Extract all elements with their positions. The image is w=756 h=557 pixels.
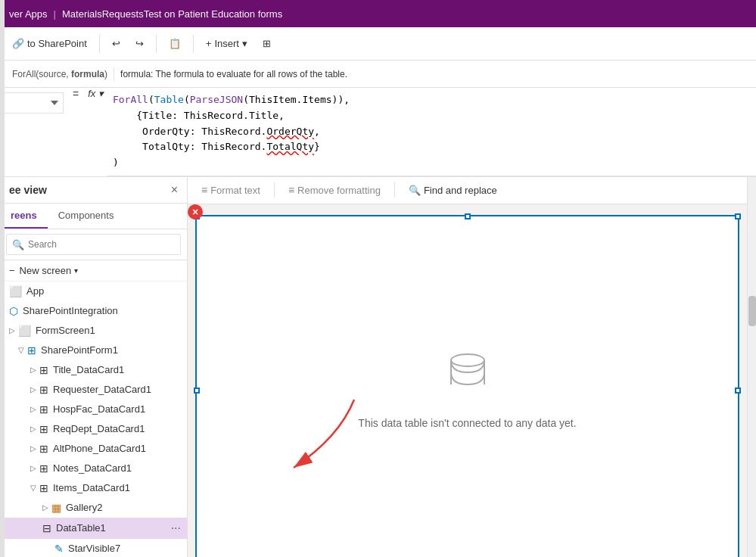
grid-icon: ⊞ xyxy=(263,38,271,49)
sharepoint-tree-icon: ⬡ xyxy=(9,305,18,317)
sidebar-header: ee view × xyxy=(0,177,187,204)
search-input[interactable] xyxy=(6,234,181,255)
formula-desc: formula: The formula to evaluate for all… xyxy=(120,69,347,79)
datatable-icon: ⊟ xyxy=(42,522,51,534)
tree-item-app[interactable]: ⬜ App xyxy=(0,282,187,301)
sidebar-close-btn[interactable]: × xyxy=(171,183,178,197)
data-table-widget[interactable]: This data table isn't connected to any d… xyxy=(195,215,739,557)
reqdept-dc-icon: ⊞ xyxy=(39,423,48,435)
formscreen-chevron: ▷ xyxy=(9,326,15,335)
altphone-datacard1-label: AltPhone_DataCard1 xyxy=(53,443,146,454)
altphone-dc-icon: ⊞ xyxy=(39,443,48,455)
canvas-area: × ≡ Format text ≡ Remove formatting 🔍 Fi… xyxy=(188,177,747,557)
remove-formatting-btn[interactable]: ≡ Remove formatting xyxy=(284,181,385,199)
project-name: MaterialsRequestsTest on Patient Educati… xyxy=(62,8,282,20)
formula-fx-btn[interactable]: fx ▾ xyxy=(85,88,107,176)
sharepointform1-label: SharePointForm1 xyxy=(41,344,118,356)
delete-btn[interactable]: × xyxy=(188,204,203,219)
items-dc-chevron: ▽ xyxy=(30,484,36,492)
insert-label: Insert xyxy=(214,38,239,49)
sharepointform-icon: ⊞ xyxy=(27,344,36,356)
tree-item-formscreen1[interactable]: ▷ ⬜ FormScreen1 xyxy=(0,321,187,341)
sidebar-search-area: 🔍 xyxy=(0,229,187,260)
tree-item-altphone-datacard1[interactable]: ▷ ⊞ AltPhone_DataCard1 xyxy=(0,439,187,459)
toolbar-sep-1 xyxy=(99,35,100,53)
items-dc-icon: ⊞ xyxy=(39,482,48,494)
gallery-icon: ▦ xyxy=(51,502,61,514)
undo-btn[interactable]: ↩ xyxy=(106,35,126,52)
canvas-sep-1 xyxy=(274,182,275,198)
requester-datacard1-label: Requester_DataCard1 xyxy=(53,384,151,395)
tree-item-starvisible7[interactable]: ✎ StarVisible7 xyxy=(0,539,187,557)
redo-btn[interactable]: ↪ xyxy=(129,35,150,52)
title-datacard1-label: Title_DataCard1 xyxy=(53,364,124,375)
formula-hint: ForAll(source, formula) xyxy=(6,67,114,81)
right-scrollbar[interactable] xyxy=(747,177,756,557)
plus-icon: + xyxy=(206,38,212,49)
title-dc-icon: ⊞ xyxy=(39,364,48,376)
scrollbar-thumb[interactable] xyxy=(748,296,756,326)
notes-datacard1-label: Notes_DataCard1 xyxy=(53,462,132,474)
gallery-chevron: ▷ xyxy=(42,503,48,512)
sharepointform-chevron: ▽ xyxy=(18,346,24,354)
format-text-label: Format text xyxy=(210,185,260,196)
title-separator: | xyxy=(54,8,56,20)
formula-equals: = xyxy=(67,88,85,176)
gallery2-label: Gallery2 xyxy=(66,502,102,513)
altphone-dc-chevron: ▷ xyxy=(30,444,36,453)
req-dc-icon: ⊞ xyxy=(39,384,48,396)
handle-mid-right[interactable] xyxy=(735,387,741,394)
tab-components[interactable]: Components xyxy=(48,204,125,229)
remove-format-icon: ≡ xyxy=(288,184,294,196)
sidebar: ee view × reens Components 🔍 − New scree… xyxy=(0,177,188,557)
sidebar-title: ee view xyxy=(9,184,47,196)
sharepoint-btn[interactable]: 🔗 to SharePoint xyxy=(6,35,93,52)
title-dc-chevron: ▷ xyxy=(30,366,36,374)
req-dc-chevron: ▷ xyxy=(30,385,36,394)
datatable1-label: DataTable1 xyxy=(56,522,106,534)
toolbar-sep-2 xyxy=(156,35,157,53)
starvisible7-label: StarVisible7 xyxy=(68,543,120,554)
tree-item-items-datacard1[interactable]: ▽ ⊞ Items_DataCard1 xyxy=(0,478,187,498)
tree-view: ⬜ App ⬡ SharePointIntegration ▷ ⬜ FormSc… xyxy=(0,282,187,557)
handle-top-center[interactable] xyxy=(465,213,471,219)
svg-point-0 xyxy=(451,354,484,366)
tree-item-hospfac-datacard1[interactable]: ▷ ⊞ HospFac_DataCard1 xyxy=(0,400,187,419)
new-screen-btn[interactable]: − New screen ▾ xyxy=(0,260,187,282)
sidebar-tabs: reens Components xyxy=(0,204,187,229)
tree-item-title-datacard1[interactable]: ▷ ⊞ Title_DataCard1 xyxy=(0,360,187,380)
data-table-empty-text: This data table isn't connected to any d… xyxy=(358,417,576,429)
handle-top-right[interactable] xyxy=(735,213,741,219)
tree-item-datatable1[interactable]: ⊟ DataTable1 ··· xyxy=(0,518,187,539)
insert-btn[interactable]: + Insert ▾ xyxy=(200,35,254,52)
notes-dc-chevron: ▷ xyxy=(30,464,36,472)
code-forall: ForAll xyxy=(113,94,148,105)
notes-dc-icon: ⊞ xyxy=(39,462,48,475)
copy-btn[interactable]: 📋 xyxy=(163,35,187,52)
canvas-toolbar: ≡ Format text ≡ Remove formatting 🔍 Find… xyxy=(188,177,747,204)
tree-item-sharepointintegration[interactable]: ⬡ SharePointIntegration xyxy=(0,301,187,321)
sharepoint-label: to SharePoint xyxy=(27,38,87,49)
tree-item-reqdept-datacard1[interactable]: ▷ ⊞ ReqDept_DataCard1 xyxy=(0,419,187,439)
grid-btn[interactable]: ⊞ xyxy=(257,35,277,52)
tree-item-sharepointform1[interactable]: ▽ ⊞ SharePointForm1 xyxy=(0,341,187,360)
find-replace-btn[interactable]: 🔍 Find and replace xyxy=(404,182,502,199)
tree-item-gallery2[interactable]: ▷ ▦ Gallery2 xyxy=(0,498,187,518)
minus-icon: − xyxy=(9,265,15,276)
handle-mid-left[interactable] xyxy=(194,387,200,394)
format-text-btn[interactable]: ≡ Format text xyxy=(197,181,265,199)
code-totalqty: TotalQty xyxy=(266,141,314,152)
hosp-dc-chevron: ▷ xyxy=(30,405,36,413)
formscreen1-label: FormScreen1 xyxy=(36,325,95,336)
redo-icon: ↪ xyxy=(135,38,144,49)
tree-item-notes-datacard1[interactable]: ▷ ⊞ Notes_DataCard1 xyxy=(0,459,187,478)
formula-property-select[interactable] xyxy=(3,92,64,114)
toolbar: 🔗 to SharePoint ↩ ↪ 📋 + Insert ▾ ⊞ xyxy=(0,27,756,61)
tree-item-requester-datacard1[interactable]: ▷ ⊞ Requester_DataCard1 xyxy=(0,380,187,400)
find-replace-label: Find and replace xyxy=(424,185,497,196)
sidebar-resize-handle[interactable] xyxy=(0,0,5,557)
formula-code[interactable]: ForAll(Table(ParseJSON(ThisItem.Items)),… xyxy=(107,88,756,176)
reqdept-dc-chevron: ▷ xyxy=(30,425,36,433)
tab-screens[interactable]: reens xyxy=(0,204,48,229)
datatable-ellipsis-btn[interactable]: ··· xyxy=(171,521,181,535)
